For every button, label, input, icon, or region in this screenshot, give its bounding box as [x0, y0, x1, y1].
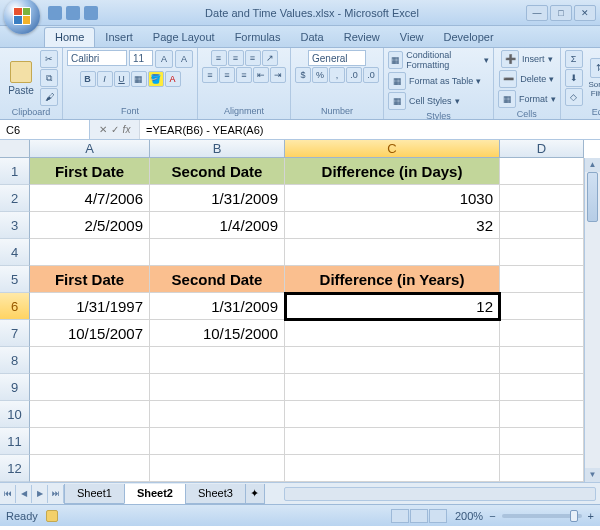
- underline-button[interactable]: U: [114, 71, 130, 87]
- cell-c9[interactable]: [285, 374, 500, 401]
- cell-c10[interactable]: [285, 401, 500, 428]
- conditional-formatting-button[interactable]: ▦Conditional Formatting ▾: [388, 50, 489, 70]
- font-size-select[interactable]: 11: [129, 50, 153, 66]
- cell-c12[interactable]: [285, 455, 500, 482]
- row-header-1[interactable]: 1: [0, 158, 30, 185]
- row-header-11[interactable]: 11: [0, 428, 30, 455]
- cell-c3[interactable]: 32: [285, 212, 500, 239]
- shrink-font-button[interactable]: A: [175, 50, 193, 68]
- cell-a7[interactable]: 10/15/2007: [30, 320, 150, 347]
- cell-b3[interactable]: 1/4/2009: [150, 212, 285, 239]
- sort-filter-button[interactable]: ⇅Sort & Filter: [585, 54, 600, 102]
- horizontal-scrollbar[interactable]: [284, 487, 596, 501]
- cell-a10[interactable]: [30, 401, 150, 428]
- align-right-button[interactable]: ≡: [236, 67, 252, 83]
- tab-view[interactable]: View: [390, 28, 434, 47]
- cell-b5[interactable]: Second Date: [150, 266, 285, 293]
- font-color-button[interactable]: A: [165, 71, 181, 87]
- cell-c7[interactable]: [285, 320, 500, 347]
- cell-d5[interactable]: [500, 266, 584, 293]
- col-header-a[interactable]: A: [30, 140, 150, 158]
- tab-formulas[interactable]: Formulas: [225, 28, 291, 47]
- percent-button[interactable]: %: [312, 67, 328, 83]
- qat-undo-icon[interactable]: [66, 6, 80, 20]
- view-page-break-button[interactable]: [429, 509, 447, 523]
- cell-b2[interactable]: 1/31/2009: [150, 185, 285, 212]
- qat-save-icon[interactable]: [48, 6, 62, 20]
- delete-cells-button[interactable]: ➖Delete ▾: [499, 70, 554, 88]
- insert-cells-button[interactable]: ➕Insert ▾: [501, 50, 553, 68]
- zoom-slider[interactable]: [502, 514, 582, 518]
- align-left-button[interactable]: ≡: [202, 67, 218, 83]
- cell-a5[interactable]: First Date: [30, 266, 150, 293]
- row-header-10[interactable]: 10: [0, 401, 30, 428]
- cell-b7[interactable]: 10/15/2000: [150, 320, 285, 347]
- cell-a8[interactable]: [30, 347, 150, 374]
- fill-button[interactable]: ⬇: [565, 69, 583, 87]
- scroll-down-icon[interactable]: ▼: [585, 468, 600, 482]
- align-center-button[interactable]: ≡: [219, 67, 235, 83]
- row-header-3[interactable]: 3: [0, 212, 30, 239]
- tab-nav-first[interactable]: ⏮: [0, 485, 16, 503]
- indent-dec-button[interactable]: ⇤: [253, 67, 269, 83]
- cell-d6[interactable]: [500, 293, 584, 320]
- cell-b8[interactable]: [150, 347, 285, 374]
- inc-decimal-button[interactable]: .0: [346, 67, 362, 83]
- currency-button[interactable]: $: [295, 67, 311, 83]
- view-page-layout-button[interactable]: [410, 509, 428, 523]
- tab-review[interactable]: Review: [334, 28, 390, 47]
- tab-data[interactable]: Data: [290, 28, 333, 47]
- fx-icon[interactable]: fx: [123, 124, 131, 135]
- cell-d3[interactable]: [500, 212, 584, 239]
- name-box[interactable]: C6: [0, 120, 90, 139]
- tab-nav-last[interactable]: ⏭: [48, 485, 64, 503]
- cell-d12[interactable]: [500, 455, 584, 482]
- scroll-up-icon[interactable]: ▲: [585, 158, 600, 172]
- cell-b10[interactable]: [150, 401, 285, 428]
- formula-input[interactable]: =YEAR(B6) - YEAR(A6): [140, 120, 600, 139]
- align-top-button[interactable]: ≡: [211, 50, 227, 66]
- clear-button[interactable]: ◇: [565, 88, 583, 106]
- col-header-d[interactable]: D: [500, 140, 584, 158]
- row-header-5[interactable]: 5: [0, 266, 30, 293]
- cell-d2[interactable]: [500, 185, 584, 212]
- cell-b11[interactable]: [150, 428, 285, 455]
- new-sheet-button[interactable]: ✦: [245, 484, 265, 504]
- orientation-button[interactable]: ↗: [262, 50, 278, 66]
- cell-a9[interactable]: [30, 374, 150, 401]
- cancel-formula-icon[interactable]: ✕: [99, 124, 107, 135]
- close-button[interactable]: ✕: [574, 5, 596, 21]
- cell-d7[interactable]: [500, 320, 584, 347]
- cell-a11[interactable]: [30, 428, 150, 455]
- cut-button[interactable]: ✂: [40, 50, 58, 68]
- row-header-4[interactable]: 4: [0, 239, 30, 266]
- paste-button[interactable]: Paste: [4, 54, 38, 102]
- sheet-tab-3[interactable]: Sheet3: [185, 484, 246, 504]
- sheet-tab-1[interactable]: Sheet1: [64, 484, 125, 504]
- tab-insert[interactable]: Insert: [95, 28, 143, 47]
- col-header-b[interactable]: B: [150, 140, 285, 158]
- view-normal-button[interactable]: [391, 509, 409, 523]
- cell-styles-button[interactable]: ▦Cell Styles ▾: [388, 92, 460, 110]
- enter-formula-icon[interactable]: ✓: [111, 124, 119, 135]
- office-button[interactable]: [4, 0, 40, 34]
- cell-c2[interactable]: 1030: [285, 185, 500, 212]
- cell-d8[interactable]: [500, 347, 584, 374]
- cell-b9[interactable]: [150, 374, 285, 401]
- cell-a4[interactable]: [30, 239, 150, 266]
- align-middle-button[interactable]: ≡: [228, 50, 244, 66]
- row-header-2[interactable]: 2: [0, 185, 30, 212]
- indent-inc-button[interactable]: ⇥: [270, 67, 286, 83]
- cell-a12[interactable]: [30, 455, 150, 482]
- row-header-7[interactable]: 7: [0, 320, 30, 347]
- zoom-in-button[interactable]: +: [588, 510, 594, 522]
- autosum-button[interactable]: Σ: [565, 50, 583, 68]
- cell-c4[interactable]: [285, 239, 500, 266]
- border-button[interactable]: ▦: [131, 71, 147, 87]
- format-cells-button[interactable]: ▦Format ▾: [498, 90, 556, 108]
- fill-color-button[interactable]: 🪣: [148, 71, 164, 87]
- cell-d1[interactable]: [500, 158, 584, 185]
- cell-b6[interactable]: 1/31/2009: [150, 293, 285, 320]
- format-as-table-button[interactable]: ▦Format as Table ▾: [388, 72, 481, 90]
- select-all-corner[interactable]: [0, 140, 30, 158]
